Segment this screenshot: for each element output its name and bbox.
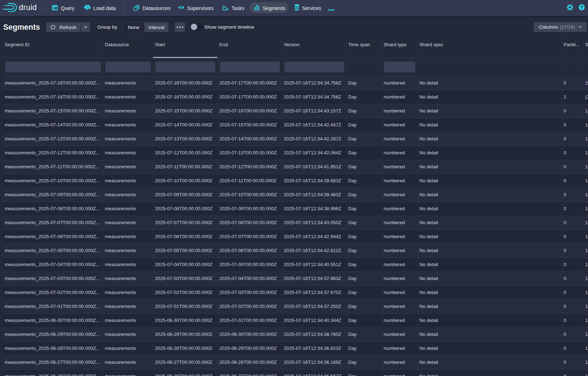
svg-text:?: ? <box>580 5 583 10</box>
